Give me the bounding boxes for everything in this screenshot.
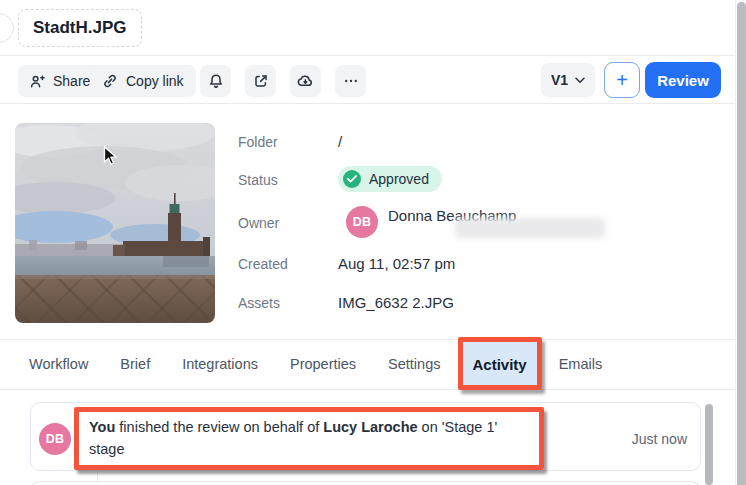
cloud-download-button[interactable] <box>290 65 321 97</box>
share-label: Share <box>53 73 90 89</box>
activity-subject: Lucy Laroche <box>323 419 417 435</box>
bell-icon <box>208 73 224 89</box>
owner-email-redacted <box>455 218 605 238</box>
review-button[interactable]: Review <box>645 62 721 98</box>
tab-workflow[interactable]: Workflow <box>29 356 88 372</box>
chevron-down-icon <box>575 77 585 84</box>
activity-scrollbar-thumb[interactable] <box>705 404 713 485</box>
file-thumbnail[interactable] <box>15 123 215 323</box>
thumbnail-image <box>15 123 215 323</box>
tab-properties[interactable]: Properties <box>290 356 356 372</box>
tab-settings[interactable]: Settings <box>388 356 440 372</box>
more-icon <box>343 73 359 89</box>
tabs-bottom-divider <box>0 389 736 390</box>
activity-item[interactable]: DB You finished the review on behalf of … <box>30 402 701 471</box>
tab-integrations[interactable]: Integrations <box>182 356 258 372</box>
activity-connector-line <box>97 471 98 481</box>
file-detail-page: StadtH.JPG Share Copy link <box>0 0 746 485</box>
file-title[interactable]: StadtH.JPG <box>18 9 142 47</box>
plus-icon: + <box>616 70 628 90</box>
add-version-button[interactable]: + <box>604 62 640 98</box>
copy-link-label: Copy link <box>126 73 184 89</box>
activity-message: You finished the review on behalf of Luc… <box>89 416 529 460</box>
folder-label: Folder <box>238 134 278 150</box>
created-value: Aug 11, 02:57 pm <box>338 255 455 272</box>
toolbar-divider <box>0 103 736 104</box>
export-button[interactable] <box>245 65 276 97</box>
file-title-label: StadtH.JPG <box>33 18 127 38</box>
copy-link-button[interactable]: Copy link <box>90 65 196 97</box>
header-divider <box>0 55 736 56</box>
status-label: Status <box>238 172 278 188</box>
assets-value: IMG_6632 2.JPG <box>338 294 454 311</box>
activity-item-next[interactable] <box>30 481 701 485</box>
back-button[interactable] <box>0 13 14 43</box>
page-scrollbar-thumb[interactable] <box>737 2 746 485</box>
review-label: Review <box>657 72 709 89</box>
person-plus-icon <box>30 74 45 89</box>
assets-label: Assets <box>238 295 280 311</box>
activity-avatar: DB <box>39 423 71 455</box>
export-icon <box>253 73 269 89</box>
created-label: Created <box>238 256 288 272</box>
tab-activity[interactable]: Activity <box>472 356 526 373</box>
owner-avatar: DB <box>346 206 378 238</box>
link-icon <box>102 73 118 89</box>
status-badge-label: Approved <box>369 171 429 187</box>
status-badge: Approved <box>338 166 442 192</box>
folder-value: / <box>338 133 342 150</box>
more-button[interactable] <box>335 65 366 97</box>
activity-timestamp: Just now <box>632 431 687 447</box>
tab-brief[interactable]: Brief <box>120 356 150 372</box>
notifications-button[interactable] <box>200 65 231 97</box>
cloud-download-icon <box>297 73 314 89</box>
activity-actor: You <box>89 419 115 435</box>
owner-label: Owner <box>238 215 279 231</box>
version-label: V1 <box>551 72 568 88</box>
tab-emails[interactable]: Emails <box>559 356 603 372</box>
check-icon <box>343 170 361 188</box>
tab-bar: Workflow Brief Integrations Properties S… <box>0 339 736 389</box>
version-dropdown[interactable]: V1 <box>541 63 595 97</box>
